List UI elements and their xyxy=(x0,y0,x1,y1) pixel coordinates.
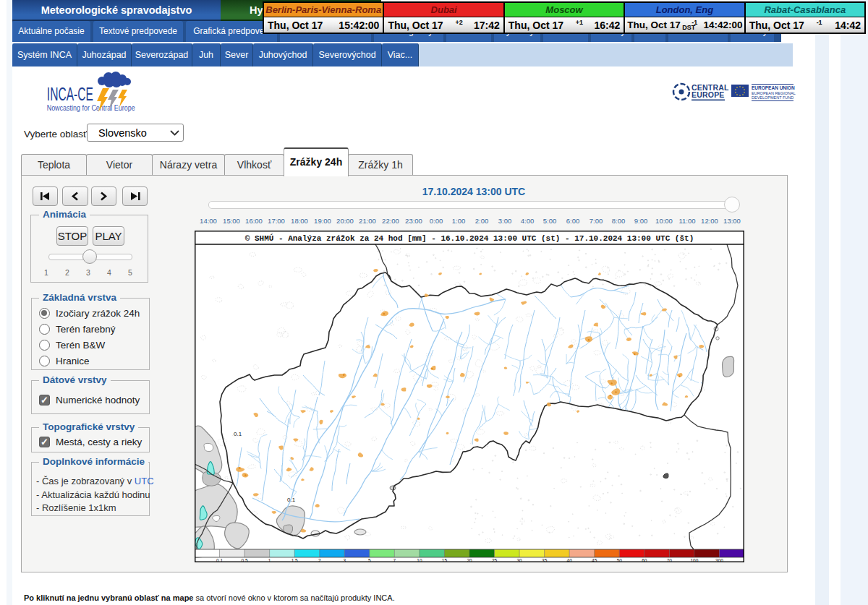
svg-text:EUROPE: EUROPE xyxy=(692,90,725,99)
svg-text:© SHMÚ - Analýza zrážok za 24: © SHMÚ - Analýza zrážok za 24 hod [mm] -… xyxy=(245,233,694,243)
svg-text:0.1: 0.1 xyxy=(234,431,242,437)
svg-text:INCA-CE: INCA-CE xyxy=(47,84,93,105)
svg-text:Nowcasting for Central Europe: Nowcasting for Central Europe xyxy=(47,103,135,112)
svg-text:DEVELOPMENT FUND: DEVELOPMENT FUND xyxy=(752,95,793,100)
svg-text:EUROPEAN UNION: EUROPEAN UNION xyxy=(752,85,795,90)
